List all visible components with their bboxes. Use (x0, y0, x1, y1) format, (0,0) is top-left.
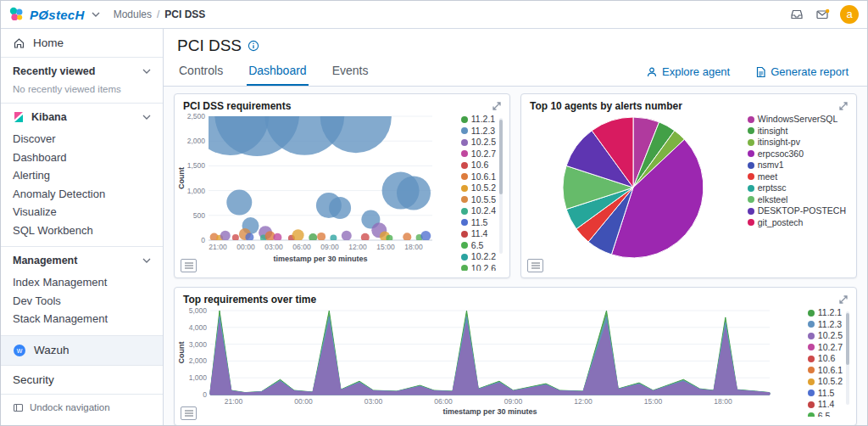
legend-item[interactable]: 10.6 (808, 354, 843, 364)
sidebar-item-discover[interactable]: Discover (1, 130, 163, 149)
expand-panel-icon[interactable] (491, 100, 503, 112)
agents-pie-chart[interactable] (560, 115, 706, 261)
legend-scrollbar[interactable] (499, 118, 503, 254)
legend-dot (461, 185, 468, 192)
chevron-down-icon[interactable] (90, 10, 102, 19)
svg-text:Count: Count (177, 167, 186, 189)
legend-item[interactable]: 11.5 (808, 389, 843, 399)
legend-label: 11.4 (818, 400, 835, 410)
svg-text:0: 0 (201, 236, 205, 244)
avatar[interactable]: a (840, 5, 859, 24)
sidebar-item-index-management[interactable]: Index Management (1, 273, 163, 292)
legend-item[interactable]: 11.5 (461, 218, 496, 228)
sidebar-item-sql-workbench[interactable]: SQL Workbench (1, 221, 163, 240)
svg-text:03:00: 03:00 (264, 243, 283, 251)
legend-item[interactable]: 11.2.1 (461, 115, 496, 125)
legend-item[interactable]: WindowsServerSQL (748, 115, 846, 125)
legend-label: 11.2.1 (471, 115, 495, 125)
pie-chart-legend: WindowsServerSQLitinsightitinsight-pverp… (748, 113, 846, 227)
requirements-area-chart[interactable]: 01,0002,0003,0004,0005,00021:0000:0003:0… (176, 306, 775, 417)
sidebar-item-home[interactable]: Home (1, 29, 163, 58)
kibana-section[interactable]: Kibana (1, 104, 163, 126)
legend-item[interactable]: git_postech (748, 218, 846, 228)
sidebar-item-anomaly-detection[interactable]: Anomaly Detection (1, 185, 163, 204)
svg-text:12:00: 12:00 (574, 397, 593, 406)
mail-icon[interactable] (814, 6, 832, 23)
legend-dot (748, 208, 754, 215)
sidebar-item-visualize[interactable]: Visualize (1, 203, 163, 221)
management-section[interactable]: Management (1, 246, 163, 270)
recently-viewed-section[interactable]: Recently viewed (1, 58, 163, 81)
legend-item[interactable]: meet (748, 172, 846, 182)
sidebar-item-security[interactable]: Security (1, 366, 163, 395)
sidebar-item-stack-management[interactable]: Stack Management (1, 310, 163, 328)
sidebar-item-dashboard[interactable]: Dashboard (1, 149, 163, 167)
app-logo-text[interactable]: PØstecH (30, 8, 85, 22)
main-content: PCI DSS Controls Dashboard Events (164, 29, 867, 425)
svg-text:w: w (16, 346, 23, 355)
legend-label: 10.6 (471, 160, 488, 171)
legend-item[interactable]: 10.2.7 (808, 343, 843, 353)
legend-item[interactable]: 10.2.5 (808, 331, 843, 341)
legend-item[interactable]: nsmv1 (748, 160, 846, 171)
legend-item[interactable]: DESKTOP-POSTECH (748, 206, 846, 216)
app-logo-icon[interactable] (8, 6, 25, 23)
panel-options-icon[interactable] (527, 259, 543, 272)
svg-text:03:00: 03:00 (364, 397, 383, 406)
legend-item[interactable]: 10.2.2 (461, 252, 496, 262)
expand-panel-icon[interactable] (837, 100, 849, 112)
chevron-down-icon (142, 69, 151, 74)
legend-item[interactable]: 10.2.5 (461, 137, 496, 148)
pci-requirements-bubble-chart[interactable]: 05001,0001,5002,0002,50021:0000:0003:000… (176, 113, 436, 264)
legend-item[interactable]: 11.4 (461, 229, 496, 239)
legend-item[interactable]: 10.6.1 (808, 366, 843, 376)
breadcrumb-separator: / (157, 8, 159, 20)
legend-item[interactable]: 10.5.5 (461, 195, 496, 205)
panel-title: Top 10 agents by alerts number (530, 100, 682, 112)
legend-dot (461, 196, 468, 203)
explore-agent-label: Explore agent (662, 65, 730, 78)
tab-controls[interactable]: Controls (177, 57, 225, 86)
legend-item[interactable]: erptssc (748, 183, 846, 193)
legend-item[interactable]: itinsight-pv (748, 137, 846, 148)
legend-item[interactable]: 10.2.6 (461, 264, 496, 272)
undock-navigation[interactable]: Undock navigation (1, 395, 163, 421)
breadcrumb-modules[interactable]: Modules (114, 8, 152, 20)
legend-item[interactable]: 10.2.4 (461, 206, 496, 216)
legend-item[interactable]: erpcsoc360 (748, 149, 846, 160)
legend-dot (808, 378, 815, 385)
legend-item[interactable]: 11.4 (808, 400, 843, 410)
legend-item[interactable]: 11.2.3 (461, 126, 496, 137)
legend-label: 10.5.2 (471, 183, 496, 193)
legend-item[interactable]: 10.5.2 (808, 377, 843, 387)
inbox-tray-icon[interactable] (788, 6, 805, 23)
panel-options-icon[interactable] (181, 406, 197, 420)
sidebar-item-dev-tools[interactable]: Dev Tools (1, 292, 163, 311)
legend-item[interactable]: 11.2.3 (808, 320, 843, 330)
legend-item[interactable]: 10.2.7 (461, 149, 496, 160)
sidebar-item-alerting[interactable]: Alerting (1, 166, 163, 185)
legend-dot (808, 356, 815, 362)
explore-agent-button[interactable]: Explore agent (641, 64, 735, 79)
svg-text:18:00: 18:00 (404, 243, 423, 251)
legend-label: 11.5 (471, 218, 488, 228)
svg-text:09:00: 09:00 (320, 243, 339, 251)
tab-events[interactable]: Events (331, 57, 370, 86)
panel-options-icon[interactable] (181, 259, 197, 272)
legend-item[interactable]: itinsight (748, 126, 846, 137)
sidebar-item-wazuh[interactable]: w Wazuh (1, 335, 163, 366)
legend-label: WindowsServerSQL (758, 115, 838, 125)
info-icon[interactable] (248, 40, 259, 52)
legend-item[interactable]: 10.6 (461, 160, 496, 171)
legend-item[interactable]: elksteel (748, 195, 846, 205)
legend-item[interactable]: 6.5 (461, 241, 496, 251)
legend-scrollbar[interactable] (846, 311, 849, 405)
generate-report-button[interactable]: Generate report (750, 64, 854, 79)
legend-item[interactable]: 11.2.1 (808, 308, 843, 318)
legend-item[interactable]: 10.6.1 (461, 172, 496, 182)
legend-item[interactable]: 10.5.2 (461, 183, 496, 193)
expand-panel-icon[interactable] (837, 294, 849, 305)
tab-dashboard[interactable]: Dashboard (247, 57, 309, 86)
legend-label: 6.5 (818, 412, 831, 418)
legend-item[interactable]: 6.5 (808, 412, 843, 418)
